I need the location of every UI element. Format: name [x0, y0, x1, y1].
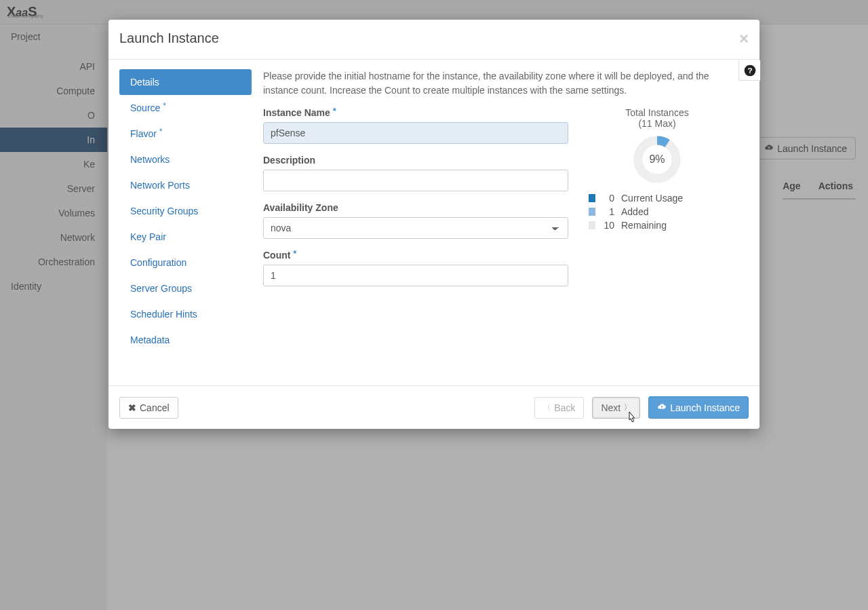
wizard-tab-flavor[interactable]: Flavor * [119, 121, 251, 147]
count-input[interactable] [263, 265, 568, 286]
wizard-tab-network-ports[interactable]: Network Ports [119, 172, 251, 198]
label-availability-zone: Availability Zone [263, 202, 568, 213]
swatch-icon [589, 194, 595, 202]
chevron-right-icon: 〉 [624, 402, 631, 413]
instance-name-input[interactable] [263, 122, 568, 144]
max-label: (11 Max) [589, 118, 726, 129]
wizard-tab-metadata[interactable]: Metadata [119, 327, 251, 353]
svg-text:?: ? [747, 66, 752, 75]
next-button[interactable]: Next 〉 [592, 397, 640, 419]
modal-title: Launch Instance [119, 31, 219, 46]
launch-instance-button[interactable]: Launch Instance [648, 396, 749, 419]
legend-row-added: 1 Added [589, 206, 726, 217]
modal-body: ? Details Source * Flavor * Networks Net… [108, 60, 760, 385]
total-instances-label: Total Instances [589, 107, 726, 118]
intro-text: Please provide the initial hostname for … [263, 69, 747, 98]
swatch-icon [589, 221, 595, 229]
modal-header: Launch Instance × [108, 20, 760, 60]
help-icon[interactable]: ? [738, 60, 760, 81]
cancel-button[interactable]: ✖ Cancel [119, 397, 178, 419]
chevron-left-icon: 〈 [543, 402, 551, 413]
wizard-tab-details[interactable]: Details [119, 69, 252, 95]
legend-row-remaining: 10 Remaining [589, 220, 726, 231]
wizard-tab-source[interactable]: Source * [119, 95, 251, 121]
usage-donut: 9% [633, 136, 681, 183]
swatch-icon [589, 208, 595, 216]
form-left: Instance Name * Description Availability… [263, 107, 568, 297]
wizard-tab-networks[interactable]: Networks [119, 147, 251, 172]
wizard-tab-key-pair[interactable]: Key Pair [119, 224, 251, 250]
close-icon[interactable]: × [739, 31, 749, 47]
label-instance-name: Instance Name * [263, 107, 568, 118]
wizard-tab-scheduler-hints[interactable]: Scheduler Hints [119, 301, 251, 327]
label-count: Count * [263, 250, 568, 261]
back-button[interactable]: 〈 Back [534, 397, 584, 419]
description-input[interactable] [263, 170, 568, 191]
availability-zone-select[interactable]: nova [263, 217, 568, 239]
donut-percent: 9% [633, 136, 681, 183]
wizard-nav: Details Source * Flavor * Networks Netwo… [108, 60, 251, 385]
wizard-tab-configuration[interactable]: Configuration [119, 250, 251, 275]
modal-footer: ✖ Cancel 〈 Back Next 〉 Launch Instance [108, 385, 760, 429]
wizard-tab-security-groups[interactable]: Security Groups [119, 198, 251, 224]
legend-row-current: 0 Current Usage [589, 193, 726, 204]
totals-panel: Total Instances (11 Max) 9% [589, 107, 726, 297]
form-area: Please provide the initial hostname for … [251, 60, 760, 385]
legend: 0 Current Usage 1 Added 10 [589, 193, 726, 231]
label-description: Description [263, 155, 568, 166]
launch-instance-modal: Launch Instance × ? Details Source * Fla… [108, 20, 760, 429]
close-icon: ✖ [128, 402, 136, 413]
cloud-upload-icon [657, 402, 667, 413]
wizard-tab-server-groups[interactable]: Server Groups [119, 275, 251, 301]
